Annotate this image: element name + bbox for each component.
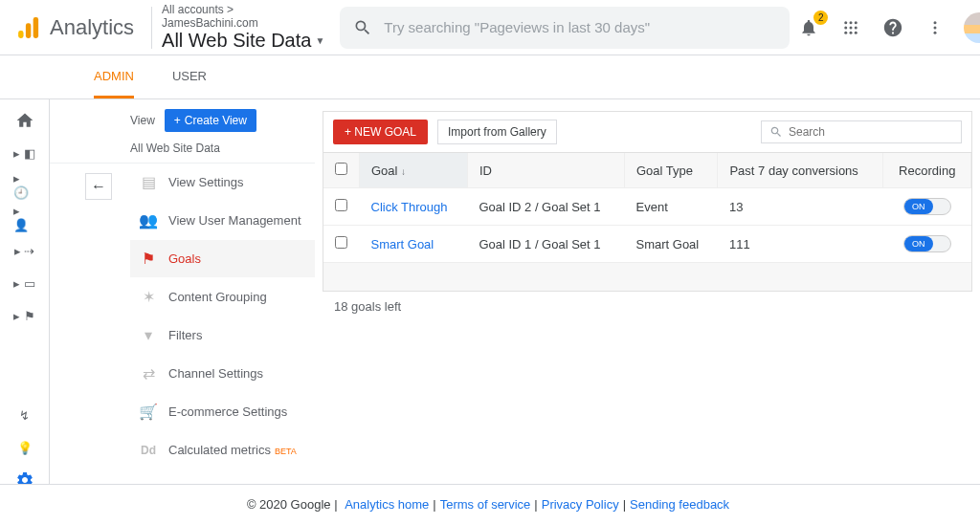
notifications-button[interactable]: 2: [795, 14, 822, 41]
view-switcher[interactable]: All accounts > JamesBachini.com All Web …: [151, 7, 324, 49]
select-all-checkbox[interactable]: [335, 163, 347, 175]
breadcrumb: All accounts > JamesBachini.com: [162, 3, 324, 30]
svg-point-14: [934, 31, 937, 33]
goals-table: Goal ↓ ID Goal Type Past 7 day conversio…: [323, 153, 971, 263]
table-row: Smart Goal Goal ID 1 / Goal Set 1 Smart …: [323, 226, 971, 263]
nav-home[interactable]: [13, 109, 36, 132]
nav-behavior[interactable]: ▸ ▭: [13, 272, 36, 295]
footer-link-privacy[interactable]: Privacy Policy: [542, 497, 619, 512]
table-row: Click Through Goal ID 2 / Goal Set 1 Eve…: [323, 188, 971, 226]
product-name: Analytics: [50, 15, 134, 40]
people-icon: 👥: [140, 212, 157, 229]
svg-point-11: [855, 31, 858, 33]
svg-point-10: [850, 31, 853, 33]
view-head-label: View: [130, 114, 155, 127]
goal-link[interactable]: Smart Goal: [371, 237, 434, 251]
svg-point-8: [855, 26, 858, 29]
chevron-down-icon: ▼: [315, 35, 324, 46]
svg-rect-0: [18, 31, 23, 38]
create-view-button[interactable]: +Create View: [165, 109, 256, 132]
search-input[interactable]: [384, 19, 776, 35]
goal-link[interactable]: Click Through: [371, 200, 448, 214]
goal-id: Goal ID 2 / Goal Set 1: [467, 188, 624, 226]
search-bar[interactable]: [340, 7, 790, 49]
col-conv[interactable]: Past 7 day conversions: [718, 153, 883, 188]
group-icon: ✶: [140, 289, 157, 306]
svg-point-4: [850, 21, 853, 24]
more-button[interactable]: [922, 14, 948, 41]
apps-icon: [842, 19, 859, 36]
apps-button[interactable]: [837, 14, 864, 41]
svg-point-7: [850, 26, 853, 29]
plus-icon: +: [174, 114, 181, 127]
svg-point-6: [845, 26, 848, 29]
back-button[interactable]: ←: [85, 173, 112, 200]
menu-view-user-mgmt[interactable]: 👥View User Management: [130, 202, 315, 240]
tab-admin[interactable]: ADMIN: [94, 55, 134, 98]
menu-view-settings[interactable]: ▤View Settings: [130, 164, 315, 202]
svg-point-3: [845, 21, 848, 24]
view-name: All Web Site Data: [162, 30, 311, 52]
col-type[interactable]: Goal Type: [625, 153, 718, 188]
svg-point-13: [934, 26, 937, 29]
nav-conversions[interactable]: ▸ ⚑: [13, 304, 36, 327]
row-checkbox[interactable]: [335, 236, 347, 249]
footer: © 2020 Google | Analytics home | Terms o…: [0, 484, 980, 524]
row-checkbox[interactable]: [335, 199, 347, 211]
goal-conv: 111: [718, 226, 883, 263]
help-icon: [882, 17, 903, 38]
dd-icon: Dd: [140, 442, 157, 459]
cart-icon: 🛒: [140, 404, 157, 421]
col-rec[interactable]: Recording: [883, 153, 971, 188]
analytics-icon: [15, 14, 42, 41]
goals-remaining: 18 goals left: [323, 292, 972, 321]
kebab-icon: [926, 19, 944, 36]
menu-calculated-metrics[interactable]: DdCalculated metricsBETA: [130, 431, 315, 469]
flag-icon: ⚑: [140, 251, 157, 268]
nav-acquisition[interactable]: ▸ ⇢: [13, 239, 36, 262]
svg-rect-2: [33, 17, 38, 38]
view-selector[interactable]: All Web Site Data: [50, 138, 315, 164]
col-id[interactable]: ID: [467, 153, 624, 188]
search-icon: [769, 125, 783, 139]
svg-point-9: [845, 31, 848, 33]
switch-icon: ⇄: [140, 365, 157, 382]
home-icon: [15, 111, 34, 130]
svg-point-5: [855, 21, 858, 24]
svg-rect-1: [26, 23, 31, 38]
avatar[interactable]: [964, 12, 980, 43]
goal-search-input[interactable]: [789, 125, 953, 139]
nav-audience[interactable]: ▸ 👤: [13, 207, 36, 229]
footer-link-tos[interactable]: Terms of service: [440, 497, 531, 512]
footer-link-analytics[interactable]: Analytics home: [345, 497, 429, 512]
recording-toggle[interactable]: ON: [903, 198, 951, 215]
notif-badge: 2: [813, 11, 828, 25]
menu-goals[interactable]: ⚑Goals: [130, 240, 315, 278]
goal-id: Goal ID 1 / Goal Set 1: [467, 226, 624, 263]
svg-point-12: [934, 21, 937, 24]
nav-discover[interactable]: 💡: [13, 436, 36, 459]
col-goal[interactable]: Goal ↓: [360, 153, 468, 188]
recording-toggle[interactable]: ON: [903, 235, 951, 252]
new-goal-button[interactable]: + NEW GOAL: [333, 120, 428, 144]
import-gallery-button[interactable]: Import from Gallery: [437, 120, 557, 144]
goal-type: Smart Goal: [625, 226, 718, 263]
col-check[interactable]: [323, 153, 360, 188]
tab-user[interactable]: USER: [172, 55, 207, 98]
footer-link-feedback[interactable]: Sending feedback: [630, 497, 729, 512]
goal-type: Event: [625, 188, 718, 226]
goal-conv: 13: [718, 188, 883, 226]
help-button[interactable]: [880, 14, 906, 41]
menu-channel-settings[interactable]: ⇄Channel Settings: [130, 355, 315, 393]
nav-realtime[interactable]: ▸ 🕘: [13, 174, 36, 197]
document-icon: ▤: [140, 174, 157, 191]
menu-filters[interactable]: ▾Filters: [130, 317, 315, 355]
goal-search[interactable]: [761, 120, 962, 143]
ga-logo[interactable]: Analytics: [8, 14, 142, 41]
sort-icon: ↓: [401, 166, 406, 177]
menu-ecommerce[interactable]: 🛒E-commerce Settings: [130, 393, 315, 431]
funnel-icon: ▾: [140, 327, 157, 344]
menu-content-grouping[interactable]: ✶Content Grouping: [130, 278, 315, 317]
nav-attribution[interactable]: ↯: [13, 404, 36, 426]
nav-custom[interactable]: ▸ ◧: [13, 142, 36, 164]
